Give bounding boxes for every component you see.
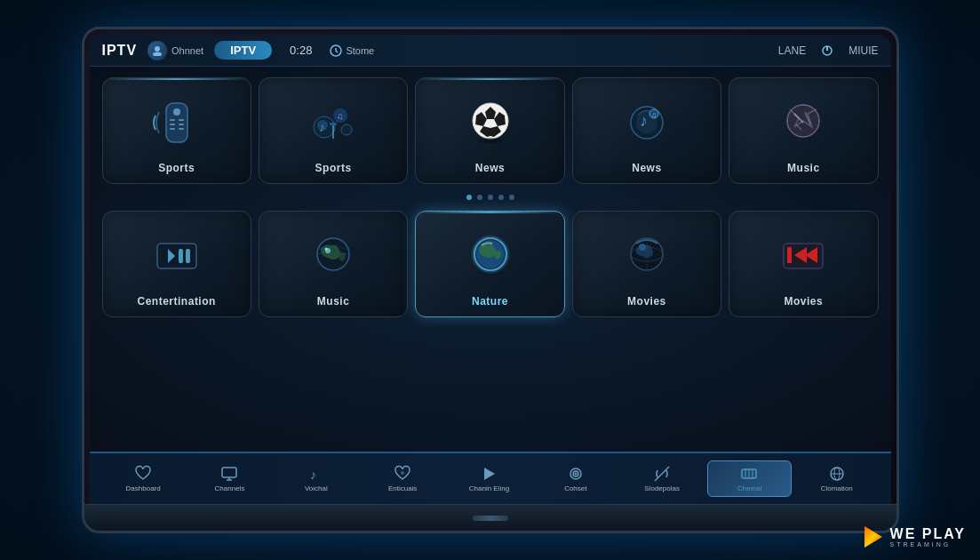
soccer-icon	[464, 96, 517, 149]
bottom-toolbar: Dashboard Channels ♪ Voichal	[90, 452, 891, 504]
svg-point-63	[574, 473, 577, 476]
top-bar-right: LANE MIUIE	[778, 44, 879, 58]
icon-area	[580, 222, 713, 290]
toolbar-label-channels: Channels	[215, 484, 245, 492]
category-row-1: Sports ♪ ♫	[102, 77, 879, 184]
toolbar-community[interactable]: Clomation	[795, 461, 878, 496]
user-info: Ohnnet	[147, 41, 203, 60]
row-1-indicator	[102, 193, 879, 202]
icon-area	[110, 222, 243, 290]
svg-text:♫: ♫	[651, 111, 657, 119]
svg-marker-60	[484, 468, 495, 480]
favorite-icon	[394, 465, 411, 483]
remote-icon	[150, 96, 203, 149]
tv-stand	[84, 504, 896, 531]
dot-2	[477, 195, 482, 200]
dark-globe-icon	[620, 229, 673, 283]
svg-point-6	[173, 108, 180, 116]
top-bar: IPTV Ohnnet IPTV 0:28 Stome LANE MIUIE	[90, 35, 891, 67]
card-label-sports-1: Sports	[158, 162, 195, 174]
toolbar-label-channel-mgr: Chemal	[737, 484, 762, 492]
toolbar-slideshows[interactable]: Slodepolas	[620, 461, 703, 496]
card-label-entertainment: Centertination	[138, 295, 216, 308]
svg-point-27	[478, 138, 503, 143]
card-label-movies-1: Movies	[627, 295, 666, 308]
toolbar-guide[interactable]: Chanin Eling	[448, 461, 530, 496]
card-label-nature: Nature	[472, 295, 508, 308]
dot-4	[498, 195, 504, 200]
category-card-news-2[interactable]: ♪ ♫ News	[572, 77, 721, 184]
toolbar-dashboard[interactable]: Dashboard	[102, 461, 185, 496]
card-label-movies-2: Movies	[784, 295, 823, 308]
svg-point-0	[155, 46, 160, 52]
svg-rect-35	[157, 244, 196, 268]
channel-icon	[740, 465, 758, 483]
music-icon: ♪	[307, 465, 325, 483]
svg-rect-54	[787, 247, 792, 263]
card-label-news-2: News	[632, 162, 661, 174]
svg-rect-10	[179, 124, 184, 125]
svg-rect-11	[170, 128, 175, 130]
right-label-1: LANE	[778, 44, 806, 57]
icon-area	[110, 89, 243, 156]
toolbar-favorites[interactable]: Enticuais	[361, 461, 443, 496]
svg-point-59	[401, 471, 404, 475]
card-label-news-1: News	[475, 162, 505, 174]
svg-text:♫: ♫	[337, 111, 344, 121]
svg-point-16	[341, 124, 352, 135]
card-label-music-1: Music	[787, 162, 820, 174]
toolbar-channels[interactable]: Channels	[188, 461, 271, 496]
category-card-sports-2[interactable]: ♪ ♫ Sports	[259, 77, 408, 184]
icon-area	[737, 89, 870, 156]
heart-icon	[134, 465, 152, 483]
clock: 0:28	[290, 44, 312, 57]
svg-rect-9	[170, 124, 175, 125]
toolbar-label-slideshows: Slodepolas	[644, 484, 680, 492]
icon-area: ♪ ♫	[267, 89, 400, 156]
main-content: Sports ♪ ♫	[90, 67, 891, 452]
svg-point-1	[153, 52, 162, 56]
toolbar-channel-mgr[interactable]: Chemal	[707, 460, 792, 497]
toolbar-label-favorites: Enticuais	[388, 484, 417, 492]
svg-rect-7	[170, 119, 175, 121]
svg-rect-8	[179, 119, 184, 121]
toolbar-vod[interactable]: ♪ Voichal	[275, 461, 357, 496]
category-card-entertainment[interactable]: Centertination	[102, 211, 251, 317]
category-card-movies-1[interactable]: Movies	[572, 211, 721, 317]
world-icon	[828, 465, 846, 483]
svg-rect-38	[186, 249, 190, 263]
right-label-2: MIUIE	[849, 44, 878, 57]
icon-area	[423, 222, 556, 290]
username: Ohnnet	[171, 45, 203, 56]
svg-rect-37	[179, 249, 183, 263]
svg-rect-20	[330, 123, 337, 125]
category-card-sports-1[interactable]: Sports	[102, 77, 251, 184]
svg-marker-72	[864, 526, 882, 548]
toolbar-label-settings: Cohset	[564, 484, 586, 492]
settings-icon	[567, 465, 585, 483]
icon-area	[267, 222, 400, 290]
play-pause-icon	[150, 229, 203, 283]
category-card-news-1[interactable]: News	[415, 77, 564, 184]
stand-bar	[473, 516, 508, 521]
clock-icon	[330, 44, 342, 57]
weplay-text: WE PLAY STREAMING	[890, 527, 966, 548]
dot-1	[466, 195, 472, 200]
category-row-2: Centertination	[102, 211, 879, 317]
category-card-nature[interactable]: Nature	[415, 211, 564, 317]
monitor-icon	[220, 465, 238, 483]
tv-screen: IPTV Ohnnet IPTV 0:28 Stome LANE MIUIE	[90, 35, 891, 504]
category-card-music-1[interactable]: Music	[729, 77, 878, 184]
status-text: Stome	[346, 45, 374, 56]
power-icon	[820, 44, 834, 58]
play-icon	[480, 465, 498, 483]
nav-tab-iptv[interactable]: IPTV	[214, 41, 272, 60]
icon-area	[423, 89, 556, 156]
category-card-movies-2[interactable]: Movies	[729, 211, 878, 317]
toolbar-settings[interactable]: Cohset	[534, 461, 617, 496]
weplay-logo: WE PLAY STREAMING	[861, 524, 966, 549]
svg-text:♪: ♪	[319, 120, 325, 134]
globe-crack-icon	[777, 96, 830, 149]
bubbles-icon: ♪ ♫	[307, 96, 360, 149]
category-card-music-2[interactable]: Music	[259, 211, 408, 317]
